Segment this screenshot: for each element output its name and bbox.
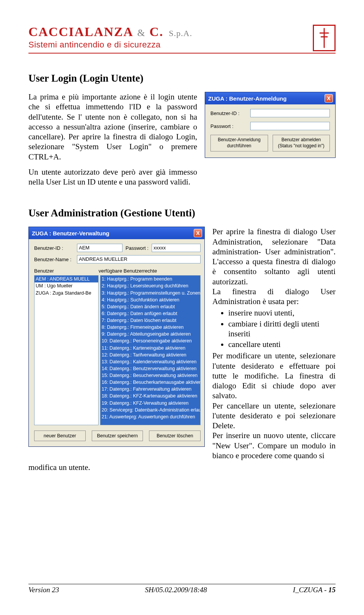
list-item[interactable]: 16: Datenprg.: Besucherkartenausgabe akt… [102,379,199,386]
section2-li2: cambiare i diritti degli utenti inseriti [228,319,336,339]
list-item[interactable]: 18: Datenprg.: KFZ-Kartenausgabe aktivie… [102,393,199,399]
list-item[interactable]: UM : Ugo Mueller [35,282,98,289]
list-item[interactable]: 15: Datenprg.: Besucherverwaltung aktivi… [102,372,199,379]
footer-pagenum: 15 [328,586,336,594]
brand-co: C. [149,25,163,39]
section1-p1: La prima e più importante azione è il lo… [28,92,197,162]
list-item[interactable]: 10: Datenprg.: Personeneingabe aktiviere… [102,337,199,344]
brand-subtitle: Sistemi antincendio e di sicurezza [28,40,192,50]
list-item[interactable]: 2: Hauptprg.: Lesersteuerung duchführen [102,282,199,289]
section2-p3: Per modificare un utente, selezionare l'… [212,351,336,400]
footer-divider [28,584,336,585]
section2-title: User Administration (Gestione Utenti) [28,207,336,219]
close-icon[interactable]: X [194,229,202,237]
section1-p2: Un utente autorizzato deve però aver già… [28,167,197,187]
user-admin-titlebar[interactable]: ZUGA : Benutzer-Verwaltung X [29,227,204,239]
list-item[interactable]: 11: Datenprg.: Karteneingabe aktivieren [102,345,199,352]
section2-p1: Per aprire la finestra di dialogo User A… [212,227,336,286]
brand-logo-icon [313,25,336,51]
delete-user-button[interactable]: Benutzer löschen [149,430,201,441]
list-item[interactable]: 4: Hauptprg.: Suchfunktion aktivieren [102,296,199,303]
page-header: CACCIALANZA & C. S.p.A. Sistemi antincen… [28,25,336,51]
admin-id-input[interactable]: AEM [77,244,122,252]
user-admin-title: ZUGA : Benutzer-Verwaltung [32,230,109,237]
list-item[interactable]: 14: Datenprg.: Benutzerverwaltung aktivi… [102,365,199,372]
admin-rights-header: verfügbare Benutzerrechte [99,268,201,274]
login-dialog: ZUGA : Benutzer-Anmeldung X Benutzer-ID … [205,92,336,158]
login-pw-input[interactable] [250,122,330,130]
brand-name: CACCIALANZA [28,25,133,39]
login-submit-button[interactable]: Benutzer-Anmeldung durchführen [210,135,268,151]
list-item[interactable]: 7: Datenprg.: Daten löschen erlaubt [102,317,199,324]
footer-version: Version 23 [28,586,59,594]
brand-block: CACCIALANZA & C. S.p.A. Sistemi antincen… [28,25,192,50]
admin-name-input[interactable]: ANDREAS MUELLER [77,255,201,263]
list-item[interactable]: 19: Datenprg.: KFZ-Verwaltung aktivieren [102,400,199,407]
section2-p2a: La finestra di dialogo User Administrati… [212,287,336,306]
list-item[interactable]: 1: Hauptprg.: Programm beenden [102,276,199,282]
list-item[interactable]: 21: Auswerteprg: Auswertungen durchführe… [102,413,199,420]
admin-pw-input[interactable]: xxxxx [152,244,201,252]
admin-users-listbox[interactable]: AEM : ANDREAS MUELL UM : Ugo Mueller ZUG… [34,275,99,425]
admin-pw-label: Passwort : [126,245,149,251]
page-footer: Version 23 SH/05.02.2009/18:48 I_CZUGA -… [28,584,336,594]
section2-p5: Per inserire un nuovo utente, cliccare "… [212,431,336,460]
list-item[interactable]: 8: Datenprg.: Firmeneingabe aktivieren [102,324,199,331]
logout-button[interactable]: Benutzer abmelden (Status "not logged in… [273,135,330,151]
footer-doc: I_CZUGA [293,586,322,594]
list-item[interactable]: 12: Datenprg.: Tarifverwaltung aktiviere… [102,352,199,358]
user-admin-dialog: ZUGA : Benutzer-Verwaltung X Benutzer-ID… [28,227,205,447]
close-icon[interactable]: X [325,94,333,102]
brand-ampersand: & [136,27,147,38]
section2-p4: Per cancellare un utente, selezionare l'… [212,401,336,430]
login-dialog-title: ZUGA : Benutzer-Anmeldung [208,95,287,102]
login-id-input[interactable] [250,109,330,117]
footer-page: I_CZUGA - 15 [293,586,336,594]
section2-li3: cancellare utenti [228,339,336,349]
list-item[interactable]: ZUGA : Zuga Standard-Be [35,290,98,296]
list-item[interactable]: 5: Datenprg.: Daten ändern erlaubt [102,303,199,310]
admin-rights-listbox[interactable]: 1: Hauptprg.: Programm beenden 2: Hauptp… [100,275,201,425]
list-item[interactable]: 20: Serviceprg: Datenbank-Administration… [102,407,199,413]
section2-trailing: modifica un utente. [28,463,336,472]
new-user-button[interactable]: neuer Benutzer [34,430,86,441]
footer-timestamp: SH/05.02.2009/18:48 [145,586,207,594]
login-pw-label: Passwort : [210,123,250,129]
brand-spa: S.p.A. [166,28,192,38]
section1-title: User Login (Login Utente) [28,73,336,84]
list-item[interactable]: 3: Hauptprg.: Programmeinstellungen u. Z… [102,290,199,296]
admin-name-label: Benutzer-Name : [34,257,74,262]
section1-text: La prima e più importante azione è il lo… [28,92,197,192]
save-user-button[interactable]: Benutzer speichern [92,430,143,441]
admin-id-label: Benutzer-ID : [34,245,74,251]
list-item[interactable]: 6: Datenprg.: Daten anfügen erlaubt [102,310,199,317]
admin-users-header: Benutzer [34,268,99,274]
login-id-label: Benutzer-ID : [210,110,250,116]
list-item[interactable]: 9: Datenprg.: Abteilungseingabe aktivier… [102,331,199,337]
login-dialog-titlebar[interactable]: ZUGA : Benutzer-Anmeldung X [205,92,335,104]
header-divider [28,53,336,54]
list-item[interactable]: 13: Datenprg.: Kalenderverwaltung aktivi… [102,358,199,365]
section2-li1: inserire nuovi utenti, [228,308,336,318]
list-item[interactable]: 17: Datenprg.: Fahrerverwaltung aktivier… [102,386,199,393]
section2-text: Per aprire la finestra di dialogo User A… [212,227,336,460]
list-item[interactable]: AEM : ANDREAS MUELL [35,276,98,282]
